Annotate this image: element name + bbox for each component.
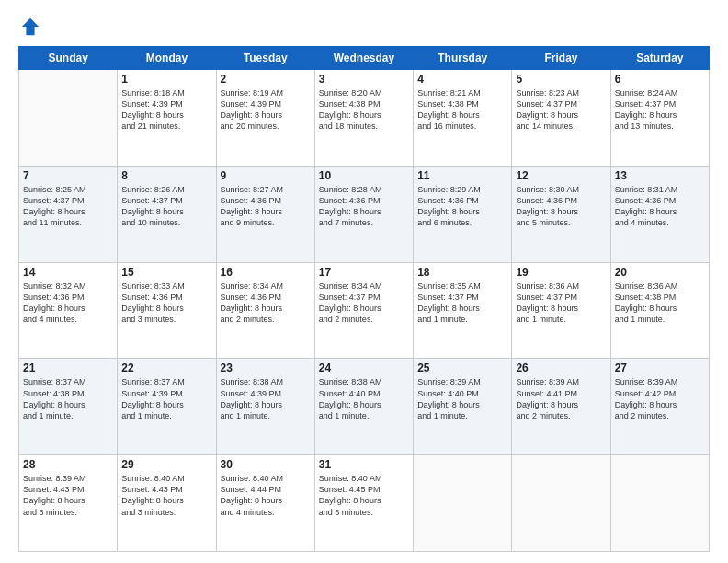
- day-number: 27: [615, 362, 705, 374]
- calendar-cell: [512, 455, 610, 552]
- day-info: Sunrise: 8:37 AMSunset: 4:39 PMDaylight:…: [121, 376, 211, 421]
- day-number: 3: [319, 73, 409, 86]
- day-info: Sunrise: 8:37 AMSunset: 4:38 PMDaylight:…: [23, 376, 113, 421]
- calendar-cell: [19, 70, 118, 167]
- day-info: Sunrise: 8:40 AMSunset: 4:44 PMDaylight:…: [221, 473, 311, 518]
- day-info: Sunrise: 8:39 AMSunset: 4:41 PMDaylight:…: [516, 376, 606, 421]
- calendar-day-header: Monday: [118, 47, 216, 70]
- day-number: 4: [417, 73, 507, 86]
- day-number: 30: [221, 458, 311, 471]
- calendar-day-header: Thursday: [414, 47, 512, 70]
- day-info: Sunrise: 8:21 AMSunset: 4:38 PMDaylight:…: [417, 87, 507, 132]
- calendar-cell: 11Sunrise: 8:29 AMSunset: 4:36 PMDayligh…: [414, 166, 512, 262]
- calendar-week-row: 21Sunrise: 8:37 AMSunset: 4:38 PMDayligh…: [19, 359, 710, 455]
- calendar-week-row: 28Sunrise: 8:39 AMSunset: 4:43 PMDayligh…: [19, 455, 710, 552]
- calendar-day-header: Tuesday: [216, 47, 314, 70]
- calendar-day-header: Friday: [512, 47, 610, 70]
- calendar-cell: 23Sunrise: 8:38 AMSunset: 4:39 PMDayligh…: [216, 359, 314, 455]
- calendar-cell: 16Sunrise: 8:34 AMSunset: 4:36 PMDayligh…: [216, 262, 314, 359]
- day-number: 10: [319, 169, 409, 182]
- calendar-cell: 2Sunrise: 8:19 AMSunset: 4:39 PMDaylight…: [216, 70, 314, 167]
- day-number: 29: [121, 458, 211, 471]
- logo-text: [18, 17, 40, 37]
- header: [18, 17, 710, 37]
- day-number: 26: [516, 362, 606, 374]
- day-info: Sunrise: 8:40 AMSunset: 4:45 PMDaylight:…: [319, 473, 409, 518]
- day-number: 23: [221, 362, 311, 374]
- day-info: Sunrise: 8:24 AMSunset: 4:37 PMDaylight:…: [615, 87, 705, 132]
- day-info: Sunrise: 8:26 AMSunset: 4:37 PMDaylight:…: [121, 184, 211, 229]
- calendar-table: SundayMondayTuesdayWednesdayThursdayFrid…: [18, 46, 710, 552]
- day-info: Sunrise: 8:30 AMSunset: 4:36 PMDaylight:…: [516, 184, 606, 229]
- calendar-cell: 26Sunrise: 8:39 AMSunset: 4:41 PMDayligh…: [512, 359, 610, 455]
- day-info: Sunrise: 8:38 AMSunset: 4:40 PMDaylight:…: [319, 376, 409, 421]
- calendar-week-row: 1Sunrise: 8:18 AMSunset: 4:39 PMDaylight…: [19, 70, 710, 167]
- day-info: Sunrise: 8:20 AMSunset: 4:38 PMDaylight:…: [319, 87, 409, 132]
- day-info: Sunrise: 8:25 AMSunset: 4:37 PMDaylight:…: [23, 184, 113, 229]
- calendar-cell: 15Sunrise: 8:33 AMSunset: 4:36 PMDayligh…: [118, 262, 216, 359]
- calendar-cell: 8Sunrise: 8:26 AMSunset: 4:37 PMDaylight…: [118, 166, 216, 262]
- day-info: Sunrise: 8:27 AMSunset: 4:36 PMDaylight:…: [221, 184, 311, 229]
- calendar-cell: 28Sunrise: 8:39 AMSunset: 4:43 PMDayligh…: [19, 455, 118, 552]
- calendar-cell: 5Sunrise: 8:23 AMSunset: 4:37 PMDaylight…: [512, 70, 610, 167]
- logo: [18, 17, 40, 37]
- day-info: Sunrise: 8:19 AMSunset: 4:39 PMDaylight:…: [221, 87, 311, 132]
- calendar-cell: 19Sunrise: 8:36 AMSunset: 4:37 PMDayligh…: [512, 262, 610, 359]
- day-number: 9: [221, 169, 311, 182]
- calendar-cell: 30Sunrise: 8:40 AMSunset: 4:44 PMDayligh…: [216, 455, 314, 552]
- calendar-cell: 18Sunrise: 8:35 AMSunset: 4:37 PMDayligh…: [414, 262, 512, 359]
- day-info: Sunrise: 8:38 AMSunset: 4:39 PMDaylight:…: [221, 376, 311, 421]
- day-info: Sunrise: 8:39 AMSunset: 4:40 PMDaylight:…: [417, 376, 507, 421]
- day-number: 19: [516, 266, 606, 279]
- day-info: Sunrise: 8:39 AMSunset: 4:42 PMDaylight:…: [615, 376, 705, 421]
- calendar-cell: 13Sunrise: 8:31 AMSunset: 4:36 PMDayligh…: [610, 166, 709, 262]
- day-number: 21: [23, 362, 113, 374]
- day-number: 5: [516, 73, 606, 86]
- calendar-cell: 29Sunrise: 8:40 AMSunset: 4:43 PMDayligh…: [118, 455, 216, 552]
- day-number: 22: [121, 362, 211, 374]
- calendar-cell: 24Sunrise: 8:38 AMSunset: 4:40 PMDayligh…: [314, 359, 413, 455]
- svg-marker-0: [22, 18, 39, 35]
- calendar-cell: 20Sunrise: 8:36 AMSunset: 4:38 PMDayligh…: [610, 262, 709, 359]
- calendar-cell: 17Sunrise: 8:34 AMSunset: 4:37 PMDayligh…: [314, 262, 413, 359]
- day-number: 14: [23, 266, 113, 279]
- day-number: 15: [121, 266, 211, 279]
- calendar-cell: 21Sunrise: 8:37 AMSunset: 4:38 PMDayligh…: [19, 359, 118, 455]
- logo-icon: [20, 17, 40, 37]
- calendar-header-row: SundayMondayTuesdayWednesdayThursdayFrid…: [19, 47, 710, 70]
- day-info: Sunrise: 8:40 AMSunset: 4:43 PMDaylight:…: [121, 473, 211, 518]
- calendar-day-header: Wednesday: [314, 47, 413, 70]
- day-number: 24: [319, 362, 409, 374]
- day-number: 8: [121, 169, 211, 182]
- calendar-cell: 27Sunrise: 8:39 AMSunset: 4:42 PMDayligh…: [610, 359, 709, 455]
- day-number: 18: [417, 266, 507, 279]
- day-number: 11: [417, 169, 507, 182]
- day-info: Sunrise: 8:32 AMSunset: 4:36 PMDaylight:…: [23, 281, 113, 326]
- day-number: 28: [23, 458, 113, 471]
- calendar-day-header: Sunday: [19, 47, 118, 70]
- calendar-cell: 7Sunrise: 8:25 AMSunset: 4:37 PMDaylight…: [19, 166, 118, 262]
- calendar-cell: 22Sunrise: 8:37 AMSunset: 4:39 PMDayligh…: [118, 359, 216, 455]
- day-number: 2: [221, 73, 311, 86]
- calendar-cell: 3Sunrise: 8:20 AMSunset: 4:38 PMDaylight…: [314, 70, 413, 167]
- calendar-cell: 1Sunrise: 8:18 AMSunset: 4:39 PMDaylight…: [118, 70, 216, 167]
- day-number: 7: [23, 169, 113, 182]
- day-info: Sunrise: 8:36 AMSunset: 4:38 PMDaylight:…: [615, 281, 705, 326]
- day-number: 17: [319, 266, 409, 279]
- calendar-cell: [414, 455, 512, 552]
- calendar-week-row: 7Sunrise: 8:25 AMSunset: 4:37 PMDaylight…: [19, 166, 710, 262]
- day-number: 20: [615, 266, 705, 279]
- calendar-cell: 10Sunrise: 8:28 AMSunset: 4:36 PMDayligh…: [314, 166, 413, 262]
- day-info: Sunrise: 8:34 AMSunset: 4:36 PMDaylight:…: [221, 281, 311, 326]
- calendar-cell: 14Sunrise: 8:32 AMSunset: 4:36 PMDayligh…: [19, 262, 118, 359]
- day-info: Sunrise: 8:35 AMSunset: 4:37 PMDaylight:…: [417, 281, 507, 326]
- day-info: Sunrise: 8:29 AMSunset: 4:36 PMDaylight:…: [417, 184, 507, 229]
- calendar-cell: 31Sunrise: 8:40 AMSunset: 4:45 PMDayligh…: [314, 455, 413, 552]
- day-info: Sunrise: 8:36 AMSunset: 4:37 PMDaylight:…: [516, 281, 606, 326]
- day-info: Sunrise: 8:33 AMSunset: 4:36 PMDaylight:…: [121, 281, 211, 326]
- day-number: 13: [615, 169, 705, 182]
- calendar-day-header: Saturday: [610, 47, 709, 70]
- day-number: 6: [615, 73, 705, 86]
- day-number: 1: [121, 73, 211, 86]
- day-number: 12: [516, 169, 606, 182]
